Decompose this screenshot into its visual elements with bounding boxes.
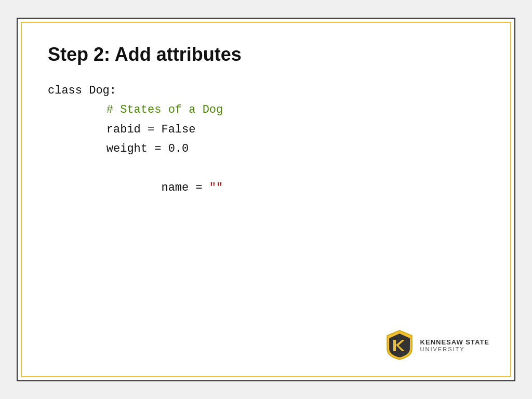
university-subtitle: UNIVERSITY [420,346,489,352]
code-line-2: # States of a Dog [79,100,484,119]
ksu-logo-icon [384,329,415,361]
code-block: class Dog: # States of a Dog rabid = Fal… [48,81,484,217]
code-line-5: name = "" [79,159,484,217]
code-line-3: rabid = False [79,120,484,139]
code-line-4: weight = 0.0 [79,139,484,158]
code-line-1: class Dog: [48,81,484,100]
ksu-text-block: KENNESAW STATE UNIVERSITY [420,338,489,352]
code-line-5-string: "" [209,181,223,194]
university-logo-area: KENNESAW STATE UNIVERSITY [384,329,489,361]
slide-inner-border: Step 2: Add attributes class Dog: # Stat… [21,22,511,377]
slide-outer-border: Step 2: Add attributes class Dog: # Stat… [17,18,515,381]
university-name: KENNESAW STATE [420,338,489,346]
slide-title: Step 2: Add attributes [48,44,484,65]
svg-rect-1 [393,340,396,351]
code-line-5-before: name = [134,181,209,194]
